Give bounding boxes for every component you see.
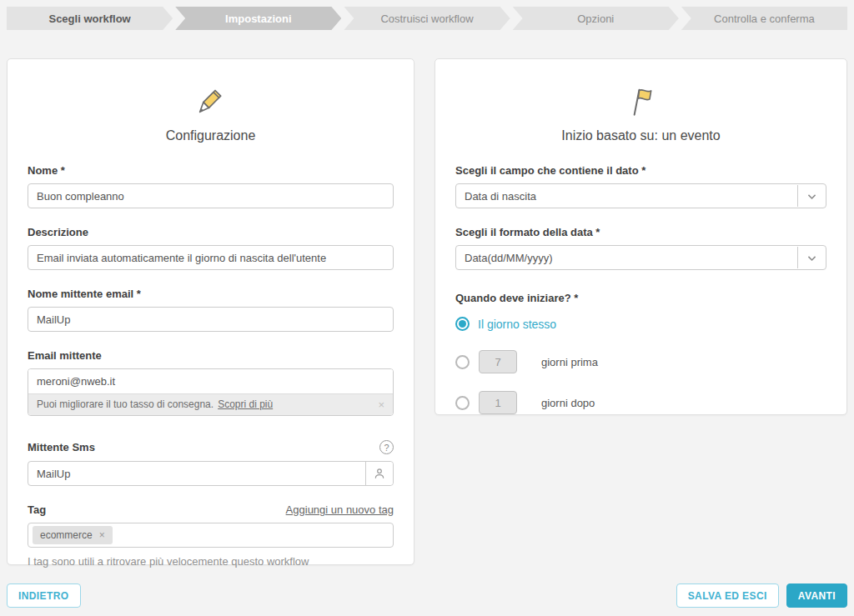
nome-mittente-email-input[interactable] [28, 307, 394, 332]
campo-dato-select[interactable]: Data di nascita [455, 183, 826, 208]
nome-label: Nome * [28, 164, 394, 177]
help-icon[interactable]: ? [379, 440, 394, 454]
campo-dato-label: Scegli il campo che contiene il dato * [455, 164, 826, 177]
configuration-card: Configurazione Nome * Descrizione Nome m… [7, 58, 414, 565]
email-mittente-combo: Puoi migliorare il tuo tasso di consegna… [28, 368, 394, 416]
nome-mittente-email-label: Nome mittente email * [28, 288, 394, 300]
giorni-dopo-input[interactable] [479, 391, 517, 414]
step-costruisci-workflow[interactable]: Costruisci workflow [344, 7, 510, 30]
hint-close-icon[interactable]: × [378, 399, 384, 410]
chevron-down-icon [797, 247, 825, 268]
field-tag: Tag Aggiungi un nuovo tag ecommerce × I … [28, 503, 394, 568]
next-button[interactable]: AVANTI [786, 583, 847, 608]
footer-actions: SALVA ED ESCI AVANTI [676, 583, 847, 608]
field-email-mittente: Email mittente Puoi migliorare il tuo ta… [28, 349, 394, 416]
quando-label: Quando deve iniziare? * [455, 292, 826, 304]
pencil-icon [194, 106, 228, 120]
giorni-prima-input[interactable] [479, 350, 517, 373]
save-and-exit-button[interactable]: SALVA ED ESCI [676, 583, 779, 608]
field-nome-mittente-email: Nome mittente email * [28, 288, 394, 332]
formato-data-select[interactable]: Data(dd/MM/yyyy) [455, 245, 826, 270]
step-controlla-e-conferma[interactable]: Controlla e conferma [681, 7, 847, 30]
flag-icon [625, 106, 658, 120]
giorni-prima-label: giorni prima [541, 356, 598, 368]
radio-option-giorni-prima[interactable]: giorni prima [455, 350, 826, 373]
radio-selected-icon[interactable] [455, 317, 470, 331]
add-new-tag-link[interactable]: Aggiungi un nuovo tag [286, 503, 394, 516]
mittente-sms-label: Mittente Sms [28, 441, 95, 453]
event-start-title: Inizio basato su: un evento [455, 128, 826, 143]
tag-chip-ecommerce: ecommerce × [33, 526, 113, 544]
quando-radio-group: Quando deve iniziare? * Il giorno stesso… [455, 292, 826, 414]
tag-helper-text: I tag sono utili a ritrovare più velocem… [28, 555, 394, 568]
radio-unselected-icon[interactable] [455, 355, 470, 369]
workflow-stepper: Scegli workflow Impostazioni Costruisci … [7, 7, 847, 30]
nome-input[interactable] [28, 183, 394, 208]
formato-data-label: Scegli il formato della data * [455, 226, 826, 238]
hint-text: Puoi migliorare il tuo tasso di consegna… [37, 398, 214, 410]
descrizione-label: Descrizione [28, 226, 394, 238]
tag-chip-label: ecommerce [40, 529, 93, 541]
scopri-di-piu-link[interactable]: Scopri di più [218, 398, 273, 410]
back-button[interactable]: INDIETRO [7, 583, 81, 608]
deliverability-hint: Puoi migliorare il tuo tasso di consegna… [28, 393, 393, 415]
workflow-settings-page: Scegli workflow Impostazioni Costruisci … [0, 0, 854, 616]
giorno-stesso-label: Il giorno stesso [478, 318, 556, 331]
formato-data-value: Data(dd/MM/yyyy) [465, 252, 552, 264]
email-mittente-input[interactable] [28, 369, 393, 393]
tag-input[interactable]: ecommerce × [28, 523, 394, 548]
email-mittente-label: Email mittente [28, 349, 394, 362]
radio-option-giorno-stesso[interactable]: Il giorno stesso [455, 317, 826, 331]
field-nome: Nome * [28, 164, 394, 208]
person-icon[interactable] [365, 462, 393, 485]
field-descrizione: Descrizione [28, 226, 394, 270]
field-mittente-sms: Mittente Sms ? [28, 440, 394, 486]
step-impostazioni[interactable]: Impostazioni [175, 7, 341, 30]
descrizione-input[interactable] [28, 245, 394, 270]
radio-unselected-icon[interactable] [455, 396, 470, 410]
event-start-card: Inizio basato su: un evento Scegli il ca… [435, 58, 847, 415]
mittente-sms-input[interactable] [28, 461, 394, 486]
step-scegli-workflow[interactable]: Scegli workflow [7, 7, 173, 30]
tag-label: Tag [28, 503, 46, 516]
field-formato-data: Scegli il formato della data * Data(dd/M… [455, 226, 826, 270]
radio-option-giorni-dopo[interactable]: giorni dopo [455, 391, 826, 414]
configuration-title: Configurazione [28, 128, 394, 143]
tag-remove-icon[interactable]: × [99, 530, 105, 540]
giorni-dopo-label: giorni dopo [541, 397, 595, 409]
step-opzioni[interactable]: Opzioni [513, 7, 679, 30]
campo-dato-value: Data di nascita [465, 190, 536, 203]
field-campo-dato: Scegli il campo che contiene il dato * D… [455, 164, 826, 208]
chevron-down-icon [797, 185, 825, 207]
